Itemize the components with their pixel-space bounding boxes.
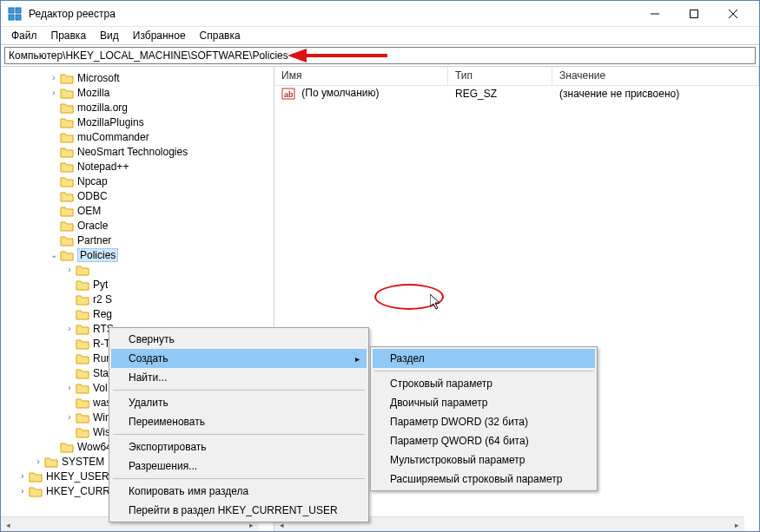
col-header-value[interactable]: Значение xyxy=(552,67,759,85)
window-controls xyxy=(635,2,752,26)
menu-item[interactable]: Экспортировать xyxy=(111,437,367,456)
string-value-icon: ab xyxy=(281,87,295,101)
menubar: Файл Правка Вид Избранное Справка xyxy=(1,27,759,44)
folder-icon xyxy=(60,87,74,99)
tree-item[interactable]: muCommander xyxy=(1,129,274,144)
menu-item[interactable]: Копировать имя раздела xyxy=(111,482,367,501)
menu-item[interactable]: Перейти в раздел HKEY_CURRENT_USER xyxy=(111,501,367,520)
menu-favorites[interactable]: Избранное xyxy=(126,28,193,43)
tree-item[interactable]: Pyt xyxy=(1,277,274,292)
expander-icon[interactable]: › xyxy=(32,456,44,466)
tree-label: Partner xyxy=(77,234,111,246)
menu-help[interactable]: Справка xyxy=(193,28,248,43)
tree-item[interactable]: ⌄Policies xyxy=(1,247,274,262)
tree-item[interactable]: MozillaPlugins xyxy=(1,115,274,129)
expander-icon[interactable]: › xyxy=(63,412,76,422)
tree-label: SYSTEM xyxy=(62,456,104,468)
menu-item[interactable]: Параметр DWORD (32 бита) xyxy=(373,412,595,431)
tree-label: r2 S xyxy=(93,293,112,305)
folder-icon xyxy=(60,205,74,217)
values-header: Имя Тип Значение xyxy=(274,67,759,86)
tree-label: NeoSmart Technologies xyxy=(77,146,188,158)
menu-file[interactable]: Файл xyxy=(4,28,44,43)
svg-rect-1 xyxy=(16,8,21,13)
expander-icon[interactable]: › xyxy=(48,73,60,82)
value-name: ab (По умолчанию) xyxy=(274,87,448,101)
scroll-right-icon[interactable]: ▸ xyxy=(730,517,744,531)
tree-item[interactable]: OEM xyxy=(1,203,274,218)
tree-item[interactable]: ›Mozilla xyxy=(1,85,274,100)
tree-item[interactable]: Reg xyxy=(1,306,274,321)
tree-item[interactable]: › xyxy=(1,262,274,277)
menu-edit[interactable]: Правка xyxy=(44,28,94,43)
tree-item[interactable]: ›Microsoft xyxy=(1,70,274,85)
col-header-name[interactable]: Имя xyxy=(274,67,448,85)
menu-item[interactable]: Строковый параметр xyxy=(373,374,595,393)
tree-item[interactable]: Npcap xyxy=(1,174,274,188)
folder-icon xyxy=(29,470,43,483)
scroll-left-icon[interactable]: ◂ xyxy=(1,517,16,531)
menu-item[interactable]: Двоичный параметр xyxy=(373,393,595,412)
tree-item[interactable]: Partner xyxy=(1,233,274,247)
titlebar: Редактор реестра xyxy=(1,1,759,27)
tree-item[interactable]: ODBC xyxy=(1,188,274,203)
expander-icon[interactable]: › xyxy=(63,324,76,333)
tree-item[interactable]: NeoSmart Technologies xyxy=(1,144,274,159)
svg-rect-0 xyxy=(9,8,14,13)
tree-label: Reg xyxy=(93,308,112,320)
menu-item[interactable]: Удалить xyxy=(111,393,367,412)
tree-item[interactable]: mozilla.org xyxy=(1,100,274,115)
tree-label: HKEY_USERS xyxy=(46,470,116,483)
expander-icon[interactable]: ⌄ xyxy=(48,250,60,259)
folder-icon xyxy=(76,397,89,409)
folder-icon xyxy=(76,323,89,335)
menu-item[interactable]: Раздел xyxy=(373,349,595,368)
context-menu[interactable]: СвернутьСоздатьНайти...УдалитьПереименов… xyxy=(109,327,369,522)
tree-item[interactable]: Notepad++ xyxy=(1,159,274,174)
folder-icon xyxy=(60,146,74,158)
expander-icon[interactable]: › xyxy=(63,383,76,392)
value-name-text: (По умолчанию) xyxy=(301,87,379,99)
menu-item[interactable]: Создать xyxy=(111,349,367,368)
list-row[interactable]: ab (По умолчанию) REG_SZ (значение не пр… xyxy=(274,86,759,102)
folder-icon xyxy=(60,190,74,202)
minimize-button[interactable] xyxy=(635,2,674,26)
folder-icon xyxy=(60,72,74,84)
expander-icon[interactable]: › xyxy=(17,486,29,496)
col-header-type[interactable]: Тип xyxy=(448,67,552,85)
svg-text:ab: ab xyxy=(284,90,294,99)
tree-label: Notepad++ xyxy=(77,161,129,173)
tree-item[interactable]: r2 S xyxy=(1,292,274,306)
folder-icon xyxy=(76,367,89,379)
tree-label: Sta xyxy=(93,367,109,379)
value-type: REG_SZ xyxy=(448,88,552,100)
menu-item[interactable]: Переименовать xyxy=(111,412,367,431)
menu-item[interactable]: Найти... xyxy=(111,368,367,387)
menu-item[interactable]: Свернуть xyxy=(111,330,367,349)
tree-label: Vol xyxy=(93,382,108,394)
menu-item[interactable]: Параметр QWORD (64 бита) xyxy=(373,431,595,450)
maximize-button[interactable] xyxy=(674,2,713,26)
menu-item[interactable]: Расширяемый строковый параметр xyxy=(373,470,595,489)
tree-item[interactable]: Oracle xyxy=(1,218,274,233)
regedit-icon xyxy=(8,7,22,21)
svg-rect-3 xyxy=(16,15,21,20)
folder-icon xyxy=(60,220,74,232)
folder-icon xyxy=(60,175,74,187)
tree-label: ODBC xyxy=(77,190,108,202)
folder-icon xyxy=(76,308,89,320)
address-input[interactable] xyxy=(4,47,756,64)
menu-item[interactable]: Мультистроковый параметр xyxy=(373,450,595,470)
menu-separator xyxy=(113,478,365,479)
folder-icon xyxy=(76,382,89,394)
expander-icon[interactable]: › xyxy=(17,471,29,481)
tree-label: Oracle xyxy=(77,220,108,232)
close-button[interactable] xyxy=(713,2,752,26)
context-submenu-new[interactable]: РазделСтроковый параметрДвоичный парамет… xyxy=(370,346,598,491)
menu-item[interactable]: Разрешения... xyxy=(111,456,367,476)
tree-label: Microsoft xyxy=(77,72,120,84)
menu-view[interactable]: Вид xyxy=(93,28,126,43)
tree-label: mozilla.org xyxy=(77,102,128,114)
expander-icon[interactable]: › xyxy=(48,88,60,97)
expander-icon[interactable]: › xyxy=(63,265,76,274)
